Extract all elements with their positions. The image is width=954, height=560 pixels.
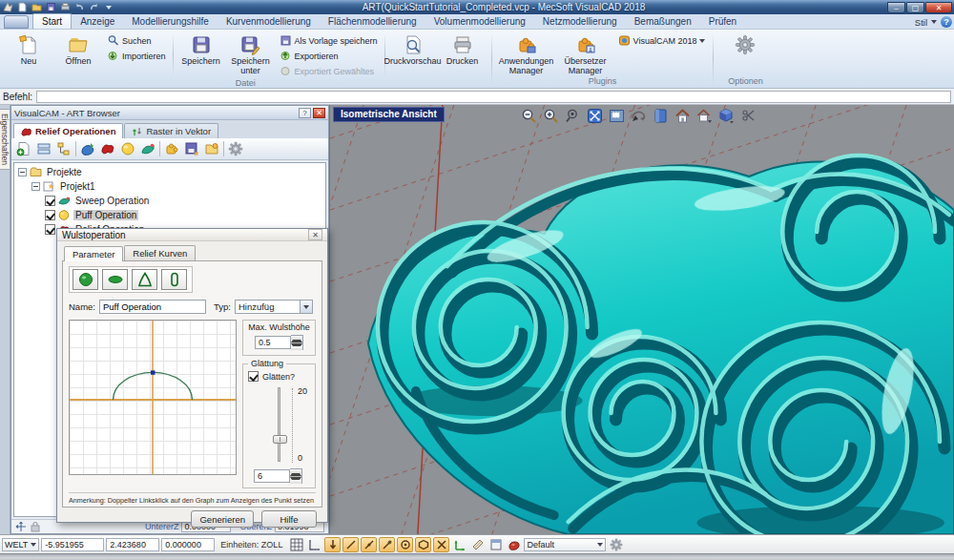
tree-view-icon[interactable] xyxy=(55,140,73,157)
pan-view-icon[interactable] xyxy=(651,107,670,124)
uebersetzer-manager-button[interactable]: Übersetzer Manager xyxy=(558,31,613,75)
spin-down-icon[interactable] xyxy=(290,476,301,483)
snap-midpoint-icon[interactable] xyxy=(361,537,377,552)
spin-down-icon[interactable] xyxy=(291,342,302,349)
view-cube-icon[interactable] xyxy=(716,107,736,124)
tab-volumenmodellierung[interactable]: Volumenmodellierung xyxy=(425,14,534,29)
visualcam-2018-button[interactable]: VisualCAM 2018 xyxy=(615,33,709,48)
smooth-spinner[interactable]: 6 xyxy=(254,468,302,484)
suchen-button[interactable]: Suchen xyxy=(104,33,169,48)
tab-raster-in-vektor[interactable]: Raster in Vektor xyxy=(124,123,218,138)
default-style-select[interactable]: Default xyxy=(524,538,606,551)
open-file-icon[interactable] xyxy=(31,2,43,13)
relief-model[interactable] xyxy=(368,156,954,534)
exportieren-button[interactable]: Exportieren xyxy=(277,49,381,63)
export-relief-icon[interactable] xyxy=(79,140,96,157)
spin-up-icon[interactable] xyxy=(290,469,301,476)
tab-flaechenmodellierung[interactable]: Flächenmodellierung xyxy=(320,14,425,29)
coordinate-y[interactable]: 2.423680 xyxy=(106,538,159,551)
tab-parameter[interactable]: Parameter xyxy=(64,246,123,261)
tab-relief-kurven[interactable]: Relief Kurven xyxy=(124,245,196,260)
stil-dropdown-arrow-icon[interactable] xyxy=(931,20,937,24)
tab-eigenschaften[interactable]: Eigenschaften xyxy=(0,109,10,170)
relief-operation-icon[interactable] xyxy=(99,140,116,157)
tab-netzmodellierung[interactable]: Netzmodellierung xyxy=(534,14,626,29)
transform-icon[interactable] xyxy=(15,521,27,532)
smooth-checkbox-row[interactable]: Glätten? xyxy=(248,371,310,382)
material-icon[interactable] xyxy=(506,537,522,552)
shape-dome-button[interactable] xyxy=(73,269,98,290)
smooth-checkbox[interactable] xyxy=(248,371,259,382)
speichern-button[interactable]: Speichern xyxy=(177,31,225,66)
tree-node-projekte[interactable]: Projekte xyxy=(18,165,325,179)
slider-thumb[interactable] xyxy=(273,435,287,444)
zoom-selected-icon[interactable] xyxy=(563,107,582,124)
coordinate-z[interactable]: 0.000000 xyxy=(161,538,215,551)
tab-kurvenmodellierung[interactable]: Kurvenmodellierung xyxy=(218,14,320,29)
stil-dropdown[interactable]: Stil xyxy=(915,17,927,28)
save-relief-icon[interactable] xyxy=(183,140,200,157)
relief-checkbox[interactable] xyxy=(45,224,55,235)
typ-select[interactable]: Hinzufüg xyxy=(235,300,313,314)
profile-graph[interactable] xyxy=(69,320,237,475)
new-project-icon[interactable] xyxy=(15,140,32,157)
expander-icon[interactable] xyxy=(31,182,40,191)
tab-pruefen[interactable]: Prüfen xyxy=(700,14,745,29)
save-file-icon[interactable] xyxy=(45,2,57,13)
load-relief-icon[interactable] xyxy=(203,140,220,157)
tree-node-projekt1[interactable]: Projekt1 xyxy=(31,179,325,194)
snap-quadrant-icon[interactable] xyxy=(415,537,431,552)
settings-gear-icon[interactable] xyxy=(608,537,624,552)
units-label[interactable]: Einheiten: ZOLL xyxy=(217,540,286,550)
orbit-icon[interactable] xyxy=(629,107,648,124)
measure-tool-icon[interactable] xyxy=(469,537,486,552)
panel-header[interactable]: VisualCAM - ART Browser ? ✕ xyxy=(11,106,328,120)
sweep-operation-icon[interactable] xyxy=(139,140,156,157)
tab-relief-operationen[interactable]: Relief Operationen xyxy=(13,123,123,138)
coordinate-system-select[interactable]: WELT xyxy=(2,538,39,551)
ortho-toggle-icon[interactable] xyxy=(306,537,322,552)
speichern-unter-button[interactable]: Speichern unter xyxy=(227,31,275,75)
close-button[interactable]: ✕ xyxy=(925,2,952,13)
puff-checkbox[interactable] xyxy=(45,210,55,220)
tab-modellierungshilfe[interactable]: Modellierungshilfe xyxy=(123,14,218,29)
zoom-extents-icon[interactable] xyxy=(585,107,604,124)
optionen-button[interactable] xyxy=(721,31,769,56)
zoom-out-icon[interactable] xyxy=(519,107,538,124)
typ-dropdown-arrow-icon[interactable] xyxy=(300,301,312,313)
zoom-window-icon[interactable] xyxy=(607,107,626,124)
clip-plane-icon[interactable] xyxy=(738,107,757,124)
lock-z-icon[interactable] xyxy=(30,521,41,532)
shape-capsule-button[interactable] xyxy=(161,269,187,290)
qat-customize-icon[interactable] xyxy=(102,2,114,13)
coordinate-x[interactable]: -5.951955 xyxy=(41,538,104,551)
new-file-icon[interactable] xyxy=(16,2,29,13)
max-height-spinner[interactable]: 0.5 xyxy=(255,335,303,350)
csys-axes-icon[interactable] xyxy=(451,537,467,552)
saved-views-icon[interactable] xyxy=(695,107,714,124)
spin-up-icon[interactable] xyxy=(291,336,302,342)
name-input[interactable] xyxy=(99,300,206,314)
druckvorschau-button[interactable]: Druckvorschau xyxy=(389,31,437,66)
tree-node-sweep-operation[interactable]: Sweep Operation xyxy=(45,194,325,208)
undo-icon[interactable] xyxy=(73,2,86,13)
shape-flat-button[interactable] xyxy=(102,269,128,290)
dialog-close-button[interactable]: ✕ xyxy=(308,229,322,240)
importieren-button[interactable]: Importieren xyxy=(104,49,169,63)
display-options-icon[interactable] xyxy=(35,140,52,157)
snap-center-icon[interactable] xyxy=(397,537,413,552)
maximize-button[interactable]: ▢ xyxy=(906,2,924,13)
grid-toggle-icon[interactable] xyxy=(288,537,304,552)
combine-operations-icon[interactable] xyxy=(163,140,180,157)
hilfe-button[interactable]: Hilfe xyxy=(261,510,317,528)
panel-help-button[interactable]: ? xyxy=(299,108,311,118)
shape-peak-button[interactable] xyxy=(132,269,157,290)
app-logo-icon[interactable] xyxy=(2,2,14,13)
help-icon[interactable]: ? xyxy=(941,16,952,28)
snap-grid-icon[interactable] xyxy=(324,537,341,552)
minimize-button[interactable]: – xyxy=(887,2,905,13)
layer-manager-icon[interactable] xyxy=(487,537,504,552)
preferences-gear-icon[interactable] xyxy=(227,140,244,157)
panel-close-button[interactable]: ✕ xyxy=(313,108,325,118)
tree-node-puff-operation[interactable]: Puff Operation xyxy=(45,208,325,222)
